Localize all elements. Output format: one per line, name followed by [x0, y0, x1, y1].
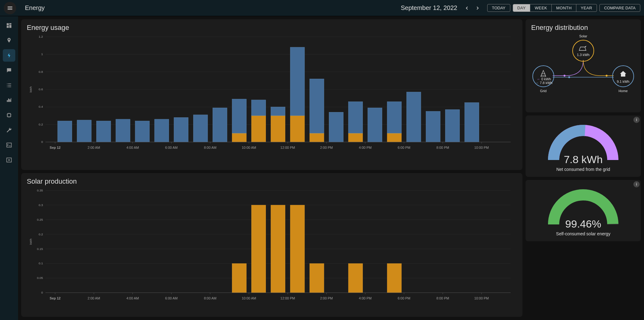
chevron-left-icon — [464, 5, 470, 11]
svg-text:2:00 AM: 2:00 AM — [88, 296, 100, 300]
svg-rect-42 — [387, 102, 401, 133]
chip-icon — [6, 112, 12, 118]
sidebar-item-overview[interactable] — [3, 19, 15, 32]
compare-data-button[interactable]: COMPARE DATA — [599, 4, 640, 12]
svg-text:0.2: 0.2 — [39, 123, 43, 126]
svg-text:kWh: kWh — [29, 86, 32, 92]
dist-solar-value: 1.3 kWh — [577, 53, 589, 57]
svg-text:0.6: 0.6 — [39, 87, 43, 91]
svg-rect-91 — [271, 205, 285, 293]
svg-rect-19 — [77, 120, 91, 142]
svg-text:0.8: 0.8 — [39, 70, 43, 73]
svg-rect-32 — [271, 107, 285, 115]
svg-text:6:00 PM: 6:00 PM — [398, 146, 411, 149]
menu-icon — [7, 5, 13, 11]
svg-text:0.35: 0.35 — [37, 189, 43, 192]
svg-text:1.2: 1.2 — [39, 35, 43, 38]
dist-grid-out: 0 kWh — [541, 77, 551, 81]
energy-usage-chart[interactable]: 00.20.40.60.811.2kWhSep 122:00 AM4:00 AM… — [27, 34, 517, 161]
energy-distribution-diagram[interactable]: Solar 1.3 kWh ← 0 kWh → 7.8 kWh Grid — [530, 34, 636, 107]
svg-rect-90 — [252, 205, 266, 293]
svg-rect-22 — [135, 121, 150, 142]
svg-text:→ 7.8 kWh: → 7.8 kWh — [536, 81, 552, 85]
svg-rect-21 — [116, 119, 130, 142]
svg-rect-89 — [232, 263, 247, 293]
chevron-right-icon — [475, 5, 481, 11]
bolt-icon — [6, 52, 12, 59]
self-consumed-value: 99.46% — [565, 218, 601, 230]
dist-home-value: 9.1 kWh — [617, 80, 629, 83]
dist-home-label: Home — [618, 89, 627, 93]
sidebar-item-media[interactable] — [3, 154, 15, 166]
svg-rect-28 — [232, 99, 247, 133]
range-selector: DAY WEEK MONTH YEAR — [513, 4, 597, 12]
svg-text:2:00 AM: 2:00 AM — [88, 146, 100, 149]
net-consumed-caption: Net consumed from the grid — [556, 167, 610, 172]
svg-text:0: 0 — [41, 140, 43, 144]
solar-production-card: Solar production 00.050.10.150.20.250.30… — [21, 173, 522, 317]
dist-grid-in: 7.8 kWh — [540, 81, 552, 85]
sidebar-item-energy[interactable] — [3, 49, 15, 62]
sidebar-item-history[interactable] — [3, 94, 15, 106]
sidebar-item-logbook[interactable] — [3, 64, 15, 77]
svg-rect-44 — [426, 111, 440, 142]
range-day[interactable]: DAY — [513, 4, 531, 12]
svg-rect-23 — [155, 119, 169, 142]
svg-rect-24 — [174, 117, 188, 142]
info-button[interactable]: i — [633, 117, 640, 123]
list-icon — [6, 82, 12, 88]
date-display: September 12, 2022 — [401, 4, 457, 12]
sidebar-item-terminal[interactable] — [3, 139, 15, 151]
svg-rect-35 — [310, 133, 324, 142]
svg-text:6:00 AM: 6:00 AM — [165, 146, 178, 149]
chat-icon — [6, 67, 12, 73]
svg-text:Sep 12: Sep 12 — [50, 296, 60, 300]
svg-text:4:00 PM: 4:00 PM — [359, 296, 372, 300]
svg-text:0: 0 — [41, 291, 43, 294]
menu-button[interactable] — [4, 2, 16, 14]
prev-day-button[interactable] — [461, 2, 472, 14]
svg-text:4:00 AM: 4:00 AM — [126, 146, 139, 149]
svg-rect-94 — [348, 263, 363, 293]
svg-text:0.4: 0.4 — [39, 105, 43, 108]
solar-panel-icon — [579, 46, 586, 50]
svg-text:2:00 PM: 2:00 PM — [320, 146, 333, 149]
svg-text:← 0 kWh: ← 0 kWh — [537, 77, 551, 81]
svg-rect-92 — [290, 205, 305, 293]
svg-rect-27 — [232, 133, 247, 142]
svg-text:2:00 PM: 2:00 PM — [320, 296, 333, 300]
svg-point-121 — [564, 75, 565, 77]
dashboard-icon — [6, 22, 12, 29]
svg-rect-31 — [271, 116, 285, 142]
svg-text:12:00 PM: 12:00 PM — [281, 146, 295, 149]
svg-text:0.25: 0.25 — [37, 218, 43, 221]
next-day-button[interactable] — [472, 2, 483, 14]
net-consumed-card: i 7.8 kWh Net consumed from the grid — [526, 115, 641, 177]
range-week[interactable]: WEEK — [530, 4, 552, 12]
energy-usage-title: Energy usage — [27, 24, 517, 32]
svg-rect-39 — [348, 102, 363, 133]
svg-point-123 — [606, 75, 608, 77]
energy-distribution-title: Energy distribution — [531, 24, 635, 32]
energy-distribution-card: Energy distribution Solar — [526, 19, 641, 112]
svg-rect-0 — [7, 114, 11, 117]
svg-point-124 — [573, 40, 594, 61]
sidebar-item-list[interactable] — [3, 79, 15, 92]
svg-text:0.2: 0.2 — [39, 233, 43, 236]
energy-usage-card: Energy usage 00.20.40.60.811.2kWhSep 122… — [21, 19, 522, 170]
sidebar-item-map[interactable] — [3, 34, 15, 47]
today-button[interactable]: TODAY — [487, 4, 510, 12]
sidebar-item-system[interactable] — [3, 109, 15, 121]
range-year[interactable]: YEAR — [576, 4, 597, 12]
play-icon — [6, 157, 12, 163]
svg-rect-18 — [58, 121, 72, 142]
solar-production-chart[interactable]: 00.050.10.150.20.250.30.35kWhSep 122:00 … — [27, 187, 517, 311]
svg-rect-43 — [406, 92, 421, 142]
svg-text:4:00 AM: 4:00 AM — [126, 296, 139, 300]
svg-text:12:00 PM: 12:00 PM — [281, 296, 295, 300]
range-month[interactable]: MONTH — [552, 4, 576, 12]
info-button[interactable]: i — [633, 181, 640, 187]
sidebar-item-settings[interactable] — [3, 124, 15, 136]
svg-rect-20 — [96, 121, 111, 142]
grid-tower-icon — [541, 70, 546, 77]
